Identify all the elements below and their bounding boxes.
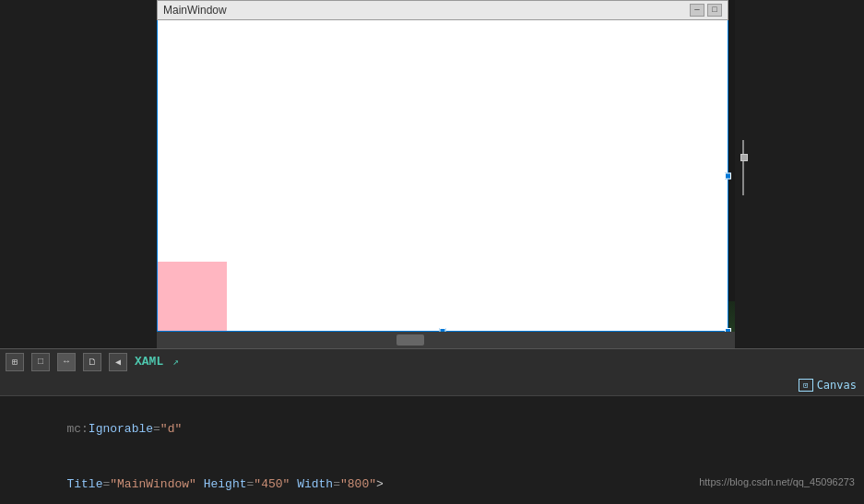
csdn-watermark: https://blog.csdn.net/qq_45096273: [699, 476, 855, 487]
canvas-label: Canvas: [817, 379, 857, 392]
copy-icon[interactable]: 🗋: [83, 353, 101, 371]
code-attr-height: Height: [204, 477, 247, 491]
code-val-title: "MainWindow": [110, 477, 196, 491]
code-val-width: "800": [340, 477, 376, 491]
v-scroll-thumb[interactable]: [740, 154, 748, 161]
minimize-button[interactable]: —: [690, 4, 704, 17]
collapse-icon[interactable]: ◀: [109, 353, 127, 371]
canvas-box-icon: ⊡: [799, 379, 813, 392]
main-window-title: MainWindow: [163, 4, 227, 17]
main-window-content: [157, 20, 728, 332]
code-dropdown-area: ⊡ Canvas: [0, 374, 864, 396]
code-area: mc:Ignorable="d" Title="MainWindow" Heig…: [0, 396, 864, 504]
code-line-1: mc:Ignorable="d": [9, 402, 855, 457]
bottom-toolbar: ⊞ □ ↔ 🗋 ◀ XAML ↗: [0, 348, 864, 374]
titlebar-buttons[interactable]: — □: [690, 4, 722, 17]
v-scroll-indicator: [742, 140, 744, 195]
code-attr-title: Title: [66, 477, 102, 491]
code-sp2c: [290, 477, 297, 491]
code-eq2c: =: [333, 477, 340, 491]
code-attr-width: Width: [297, 477, 333, 491]
canvas-indicator: ⊡ Canvas: [799, 379, 857, 392]
code-bracket2: >: [376, 477, 384, 491]
main-window-preview: MainWindow — □: [157, 0, 728, 332]
grid-icon[interactable]: ⊞: [6, 353, 24, 371]
code-eq1: =: [153, 422, 160, 436]
move-icon[interactable]: ↔: [57, 353, 76, 371]
scrollbar-thumb[interactable]: [396, 334, 424, 346]
maximize-button[interactable]: □: [707, 4, 722, 17]
resize-handle-right-center[interactable]: [725, 172, 731, 179]
code-attr-mc: mc:: [38, 422, 89, 436]
fit-icon[interactable]: □: [31, 353, 50, 371]
xaml-label: XAML: [135, 355, 163, 369]
external-link-icon[interactable]: ↗: [172, 356, 179, 368]
code-val-height: "450": [254, 477, 290, 491]
canvas-pink-element: [158, 262, 227, 331]
main-window-titlebar: MainWindow — □: [157, 0, 728, 20]
code-spaces2: [38, 477, 66, 491]
designer-scrollbar[interactable]: [157, 332, 735, 348]
code-attr-ignorable: Ignorable: [89, 422, 153, 436]
code-sp2b: [196, 477, 204, 491]
code-val-d: "d": [160, 422, 182, 436]
